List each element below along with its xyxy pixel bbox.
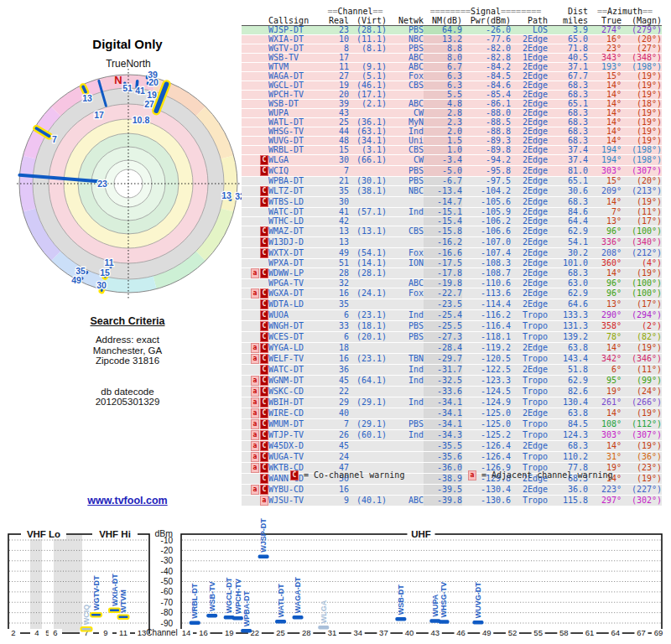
network: Ind: [387, 365, 424, 376]
svg-text:14: 14: [182, 628, 191, 637]
callsign-link[interactable]: WMUM-DT: [268, 419, 324, 430]
azimuth-magnetic: (100°): [622, 226, 662, 237]
callsign-link[interactable]: WGCL-DT: [268, 81, 324, 91]
path-type: Tropo: [511, 397, 548, 408]
callsign-link[interactable]: WCES-DT: [268, 332, 324, 343]
adjacent-channel-warning-icon: a: [251, 452, 259, 462]
real-channel: 23: [324, 26, 349, 35]
callsign-link[interactable]: WPBA-DT: [268, 177, 324, 186]
callsign-link[interactable]: WGNM-DT: [268, 376, 324, 387]
virtual-channel: [349, 452, 387, 463]
warning-marker-cell: aC: [242, 452, 268, 463]
svg-text:64: 64: [611, 628, 620, 637]
callsign-link[interactable]: W45DX-D: [268, 441, 324, 452]
path-type: 2Edge: [511, 137, 548, 146]
azimuth-magnetic: (19°): [622, 474, 662, 485]
noise-margin: 8.0: [424, 54, 462, 63]
callsign-link[interactable]: WPGA-TV: [268, 279, 324, 288]
tvfool-home-link[interactable]: www.tvfool.com: [35, 495, 220, 506]
callsign-link[interactable]: WBIH-DT: [268, 397, 324, 408]
real-channel: 33: [324, 321, 349, 332]
network: NBC: [387, 186, 424, 197]
callsign-link[interactable]: WTBS-LD: [268, 197, 324, 208]
azimuth-magnetic: (302°): [622, 496, 662, 506]
distance-miles: 62.9: [548, 288, 588, 299]
callsign-link[interactable]: WLTZ-DT: [268, 186, 324, 197]
warning-marker-cell: aC: [242, 387, 268, 397]
svg-text:-90: -90: [161, 619, 174, 628]
callsign-link[interactable]: WMAZ-DT: [268, 226, 324, 237]
callsign-link[interactable]: WGTV-DT: [268, 44, 324, 54]
warning-marker-cell: [242, 217, 268, 226]
svg-text:-20: -20: [161, 546, 174, 555]
callsign-link[interactable]: WATC-DT: [268, 365, 324, 376]
distance-miles: 68.3: [548, 109, 588, 118]
power-dbm: -130.4: [462, 485, 511, 496]
power-dbm: -82.8: [462, 54, 511, 63]
svg-text:WUVG-DT: WUVG-DT: [474, 582, 482, 618]
callsign-link[interactable]: WNGH-DT: [268, 321, 324, 332]
path-type: 2Edge: [511, 100, 548, 109]
virtual-channel: [349, 279, 387, 288]
callsign-link[interactable]: WCIQ: [268, 166, 324, 177]
path-type: 2Edge: [511, 408, 548, 419]
callsign-link[interactable]: WSB-TV: [268, 54, 324, 63]
power-dbm: -120.5: [462, 354, 511, 365]
callsign-link[interactable]: WAGA-DT: [268, 72, 324, 81]
callsign-link[interactable]: WTHC-LD: [268, 217, 324, 226]
svg-text:WPBA-DT: WPBA-DT: [242, 590, 251, 626]
azimuth-true: 303°: [588, 430, 622, 441]
distance-miles: 131.3: [548, 321, 588, 332]
callsign-link[interactable]: WTJP-TV: [268, 430, 324, 441]
callsign-link[interactable]: WPXA-DT: [268, 259, 324, 268]
distance-miles: 62.9: [548, 226, 588, 237]
callsign-link[interactable]: WHSG-TV: [268, 127, 324, 137]
azimuth-magnetic: (27°): [622, 44, 662, 54]
table-row: CWATC-DT36Ind-31.7-122.52Edge51.86°(11°): [242, 365, 662, 376]
callsign-link[interactable]: WATC-DT: [268, 208, 324, 217]
virtual-channel: (64.1): [349, 376, 387, 387]
callsign-link[interactable]: WUPA: [268, 109, 324, 118]
callsign-link[interactable]: WYGA-LD: [268, 343, 324, 354]
table-row: CWMAZ-DT13(13.1)CBS-15.8-106.62Edge62.99…: [242, 226, 662, 237]
svg-text:WLGA: WLGA: [320, 600, 328, 623]
svg-text:25: 25: [276, 628, 285, 637]
callsign-link[interactable]: WRBL-DT: [268, 146, 324, 155]
virtual-channel: (13.1): [349, 226, 387, 237]
table-row: aCWELF-TV16(23.1)TBN-29.7-120.5Tropo143.…: [242, 354, 662, 365]
callsign-link[interactable]: WPCH-TV: [268, 91, 324, 100]
distance-miles: 64.6: [548, 299, 588, 310]
callsign-link[interactable]: WDTA-LD: [268, 299, 324, 310]
callsign-link[interactable]: WGXA-DT: [268, 288, 324, 299]
callsign-link[interactable]: WSB-DT: [268, 100, 324, 109]
callsign-link[interactable]: WTVM: [268, 63, 324, 72]
co-channel-warning-icon: C: [290, 470, 299, 480]
callsign-link[interactable]: WSKC-CD: [268, 387, 324, 397]
callsign-link[interactable]: W13DJ-D: [268, 237, 324, 248]
distance-miles: 65.1: [548, 177, 588, 186]
callsign-link[interactable]: WJSU-TV: [268, 496, 324, 506]
path-type: 2Edge: [511, 127, 548, 137]
callsign-link[interactable]: WYBU-CD: [268, 485, 324, 496]
power-dbm: -89.8: [462, 146, 511, 155]
azimuth-magnetic: (198°): [622, 155, 662, 166]
callsign-link[interactable]: WXTX-DT: [268, 248, 324, 259]
callsign-link[interactable]: WXIA-DT: [268, 35, 324, 44]
callsign-link[interactable]: WUGA-TV: [268, 452, 324, 463]
noise-margin: 4.8: [424, 100, 462, 109]
svg-text:13: 13: [221, 190, 231, 200]
db-datecode-value: 201205301329: [35, 397, 220, 408]
path-type: 2Edge: [511, 197, 548, 208]
virtual-channel: [349, 166, 387, 177]
callsign-link[interactable]: WIRE-CD: [268, 408, 324, 419]
callsign-link[interactable]: WLGA: [268, 155, 324, 166]
real-channel: 36: [324, 365, 349, 376]
callsign-link[interactable]: WATL-DT: [268, 118, 324, 127]
callsign-link[interactable]: WUVG-DT: [268, 137, 324, 146]
callsign-link[interactable]: WJSP-DT: [268, 26, 324, 35]
warning-marker-cell: [242, 44, 268, 54]
callsign-link[interactable]: WELF-TV: [268, 354, 324, 365]
callsign-link[interactable]: WUOA: [268, 310, 324, 321]
noise-margin: -31.7: [424, 365, 462, 376]
callsign-link[interactable]: WDWW-LP: [268, 268, 324, 279]
